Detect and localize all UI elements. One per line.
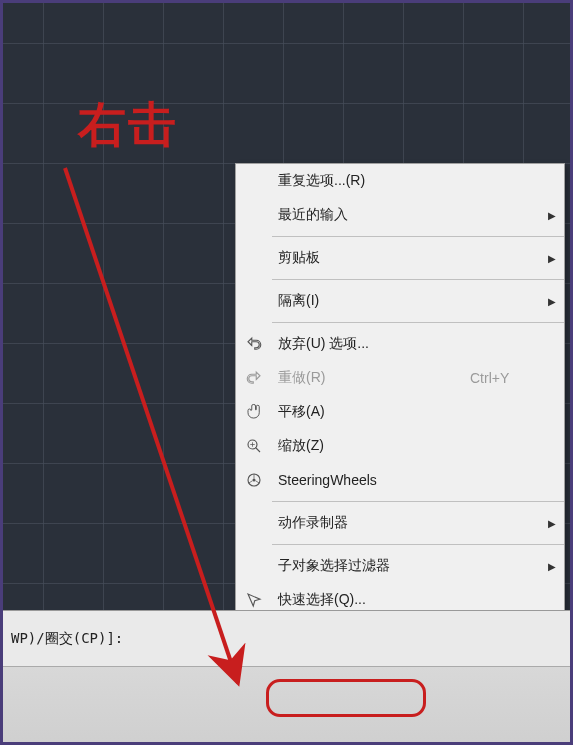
menu-label: 剪贴板 [272, 249, 540, 267]
menu-steeringwheels[interactable]: SteeringWheels [236, 463, 564, 497]
menu-separator [272, 544, 564, 545]
command-line-text: WP)/圈交(CP)]: [11, 630, 123, 648]
menu-pan[interactable]: 平移(A) [236, 395, 564, 429]
menu-label: 动作录制器 [272, 514, 540, 532]
menu-label: 快速选择(Q)... [272, 591, 540, 609]
menu-label: 放弃(U) 选项... [272, 335, 540, 353]
menu-zoom[interactable]: 缩放(Z) [236, 429, 564, 463]
command-line-bar[interactable]: WP)/圈交(CP)]: [3, 610, 570, 666]
menu-isolate[interactable]: 隔离(I) ▶ [236, 284, 564, 318]
menu-label: SteeringWheels [272, 472, 540, 488]
redo-icon [236, 369, 272, 387]
steering-wheel-icon [236, 471, 272, 489]
menu-subobject-filter[interactable]: 子对象选择过滤器 ▶ [236, 549, 564, 583]
menu-label: 最近的输入 [272, 206, 540, 224]
submenu-arrow-icon: ▶ [540, 253, 564, 264]
menu-repeat[interactable]: 重复选项...(R) [236, 164, 564, 198]
menu-separator [272, 279, 564, 280]
status-strip [3, 666, 570, 745]
hand-icon [236, 403, 272, 421]
svg-point-5 [253, 479, 256, 482]
menu-label: 子对象选择过滤器 [272, 557, 540, 575]
menu-label: 重做(R) [272, 369, 470, 387]
menu-label: 平移(A) [272, 403, 540, 421]
menu-recent-input[interactable]: 最近的输入 ▶ [236, 198, 564, 232]
annotation-rightclick: 右击 [78, 93, 178, 157]
quick-select-icon [236, 591, 272, 609]
menu-redo: 重做(R) Ctrl+Y [236, 361, 564, 395]
submenu-arrow-icon: ▶ [540, 210, 564, 221]
menu-separator [272, 236, 564, 237]
undo-icon [236, 335, 272, 353]
submenu-arrow-icon: ▶ [540, 518, 564, 529]
menu-label: 重复选项...(R) [272, 172, 540, 190]
menu-separator [272, 322, 564, 323]
submenu-arrow-icon: ▶ [540, 296, 564, 307]
zoom-icon [236, 437, 272, 455]
menu-undo[interactable]: 放弃(U) 选项... [236, 327, 564, 361]
svg-line-8 [256, 481, 260, 483]
shortcut-label: Ctrl+Y [470, 370, 540, 386]
menu-separator [272, 501, 564, 502]
menu-label: 隔离(I) [272, 292, 540, 310]
svg-line-7 [249, 481, 253, 483]
svg-line-1 [256, 448, 261, 453]
menu-label: 缩放(Z) [272, 437, 540, 455]
menu-action-recorder[interactable]: 动作录制器 ▶ [236, 506, 564, 540]
menu-clipboard[interactable]: 剪贴板 ▶ [236, 241, 564, 275]
submenu-arrow-icon: ▶ [540, 561, 564, 572]
